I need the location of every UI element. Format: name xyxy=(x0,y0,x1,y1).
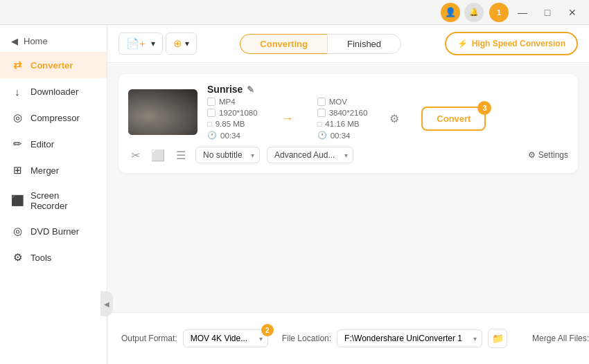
convert-options-icon: ⊕ xyxy=(173,37,182,50)
tools-icon: ⚙ xyxy=(11,251,24,264)
user-icon[interactable]: 👤 xyxy=(441,3,460,22)
browse-folder-button[interactable]: 📁 xyxy=(488,329,507,348)
file-actions: ✂ ⬜ ☰ xyxy=(128,147,188,163)
file-location-select[interactable]: F:\Wondershare UniConverter 1 xyxy=(337,329,482,347)
source-meta: MP4 1920*1080 □ 9.85 MB xyxy=(207,98,258,140)
source-duration-label: 00:34 xyxy=(220,131,240,140)
merger-icon: ⊞ xyxy=(11,164,24,176)
target-meta: MOV 3840*2160 □ 41.16 MB xyxy=(317,98,368,140)
tab-finished[interactable]: Finished xyxy=(327,34,401,54)
tab-converting[interactable]: Converting xyxy=(240,34,327,54)
subtitle-select[interactable]: No subtitle xyxy=(195,147,260,163)
audio-select[interactable]: Advanced Aud... xyxy=(267,147,353,163)
source-format: MP4 xyxy=(207,98,258,106)
merge-all-label: Merge All Files: xyxy=(532,334,589,343)
lightning-icon: ⚡ xyxy=(457,39,468,48)
file-settings-icon[interactable]: ⚙ xyxy=(389,112,399,125)
output-format-select-wrapper: MOV 4K Vide... 2 xyxy=(183,329,268,347)
convert-options-button[interactable]: ⊕ ▾ xyxy=(166,33,197,55)
convert-badge: 3 xyxy=(477,101,491,115)
maximize-button[interactable]: □ xyxy=(536,1,559,24)
sidebar-item-downloader[interactable]: ↓ Downloader xyxy=(0,78,107,104)
back-arrow-icon: ◀ xyxy=(11,36,18,46)
settings-label[interactable]: ⚙ Settings xyxy=(528,150,568,160)
high-speed-label: High Speed Conversion xyxy=(472,39,565,48)
sidebar-item-tools[interactable]: ⚙ Tools xyxy=(0,244,107,271)
output-format-badge: 2 xyxy=(261,324,274,336)
output-format-label: Output Format: xyxy=(121,334,177,343)
merge-group: Merge All Files: xyxy=(532,332,589,345)
screen-recorder-icon: ⬛ xyxy=(11,194,24,207)
file-meta-row: MP4 1920*1080 □ 9.85 MB xyxy=(207,98,568,140)
sidebar-item-editor[interactable]: ✏ Editor xyxy=(0,131,107,157)
source-format-check[interactable] xyxy=(207,98,216,106)
sidebar-home[interactable]: ◀ Home xyxy=(0,30,107,52)
crop-icon[interactable]: ⬜ xyxy=(148,147,168,163)
edit-title-icon[interactable]: ✎ xyxy=(247,84,254,95)
target-format-check[interactable] xyxy=(317,98,326,106)
settings-gear-icon: ⚙ xyxy=(528,150,536,160)
file-card-footer: ✂ ⬜ ☰ No subtitle Advanced Aud... xyxy=(128,147,568,163)
sidebar-merger-label: Merger xyxy=(30,165,59,176)
sidebar-item-compressor[interactable]: ◎ Compressor xyxy=(0,104,107,131)
sidebar-tools-label: Tools xyxy=(30,253,51,263)
file-title-row: Sunrise ✎ xyxy=(207,84,568,95)
sidebar-item-merger[interactable]: ⊞ Merger xyxy=(0,157,107,183)
output-format-select[interactable]: MOV 4K Vide... xyxy=(183,329,268,347)
high-speed-button[interactable]: ⚡ High Speed Conversion xyxy=(445,32,578,55)
convert-button[interactable]: Convert xyxy=(421,107,486,131)
title-bar-notification: 👤 🔔 xyxy=(441,3,484,22)
sidebar-editor-label: Editor xyxy=(30,139,54,149)
source-resolution-check[interactable] xyxy=(207,109,216,117)
file-name: Sunrise xyxy=(207,84,243,95)
profile-badge[interactable]: 1 xyxy=(489,3,509,22)
content-area: 📄+ ▾ ⊕ ▾ Converting Finished ⚡ High Spee… xyxy=(107,25,589,364)
file-card-header: Sunrise ✎ MP4 xyxy=(128,84,568,140)
close-button[interactable]: ✕ xyxy=(561,1,583,24)
sidebar-collapse-btn[interactable]: ◀ xyxy=(100,291,113,316)
target-size-label: 41.16 MB xyxy=(325,120,359,128)
minimize-button[interactable]: — xyxy=(511,1,534,24)
target-format-label: MOV xyxy=(329,98,347,106)
convert-options-dropdown-icon: ▾ xyxy=(185,39,189,48)
file-card: Sunrise ✎ MP4 xyxy=(118,74,578,173)
source-duration: 🕐 00:34 xyxy=(207,131,258,140)
file-size-icon: □ xyxy=(207,120,212,128)
convert-button-wrapper: Convert 3 xyxy=(421,107,486,131)
tab-area: Converting Finished xyxy=(205,34,437,54)
bell-icon[interactable]: 🔔 xyxy=(464,3,484,22)
source-resolution: 1920*1080 xyxy=(207,109,258,117)
file-location-select-wrapper: F:\Wondershare UniConverter 1 xyxy=(337,329,482,347)
duration-icon: 🕐 xyxy=(207,131,217,140)
converter-icon: ⇄ xyxy=(11,59,24,71)
sidebar-downloader-label: Downloader xyxy=(30,87,78,97)
target-size-icon: □ xyxy=(317,120,322,128)
audio-dropdown-wrapper: Advanced Aud... xyxy=(267,147,353,163)
sidebar-item-dvd-burner[interactable]: ◎ DVD Burner xyxy=(0,218,107,244)
target-resolution-label: 3840*2160 xyxy=(329,109,368,117)
file-info: Sunrise ✎ MP4 xyxy=(207,84,568,140)
sidebar-compressor-label: Compressor xyxy=(30,113,80,123)
subtitle-dropdown-wrapper: No subtitle xyxy=(195,147,260,163)
toolbar: 📄+ ▾ ⊕ ▾ Converting Finished ⚡ High Spee… xyxy=(107,25,589,63)
add-files-button[interactable]: 📄+ ▾ xyxy=(118,33,163,55)
target-resolution: 3840*2160 xyxy=(317,109,368,117)
sidebar-item-converter[interactable]: ⇄ Converter xyxy=(0,52,107,78)
title-bar: 👤 🔔 1 — □ ✕ xyxy=(0,0,589,25)
sidebar-item-screen-recorder[interactable]: ⬛ Screen Recorder xyxy=(0,183,107,218)
file-location-group: File Location: F:\Wondershare UniConvert… xyxy=(282,329,507,348)
target-resolution-check[interactable] xyxy=(317,109,326,117)
target-format: MOV xyxy=(317,98,368,106)
target-duration: 🕐 00:34 xyxy=(317,131,368,140)
compressor-icon: ◎ xyxy=(11,111,24,124)
source-resolution-label: 1920*1080 xyxy=(219,109,258,117)
target-duration-label: 00:34 xyxy=(331,131,351,140)
dvd-burner-icon: ◎ xyxy=(11,225,24,237)
sidebar-converter-label: Converter xyxy=(30,60,73,71)
main-area: Sunrise ✎ MP4 xyxy=(107,63,589,312)
cut-icon[interactable]: ✂ xyxy=(128,147,143,163)
home-label: Home xyxy=(24,36,48,46)
settings-text: Settings xyxy=(538,150,568,160)
effects-icon[interactable]: ☰ xyxy=(173,147,188,163)
window-controls: 1 — □ ✕ xyxy=(489,1,583,24)
